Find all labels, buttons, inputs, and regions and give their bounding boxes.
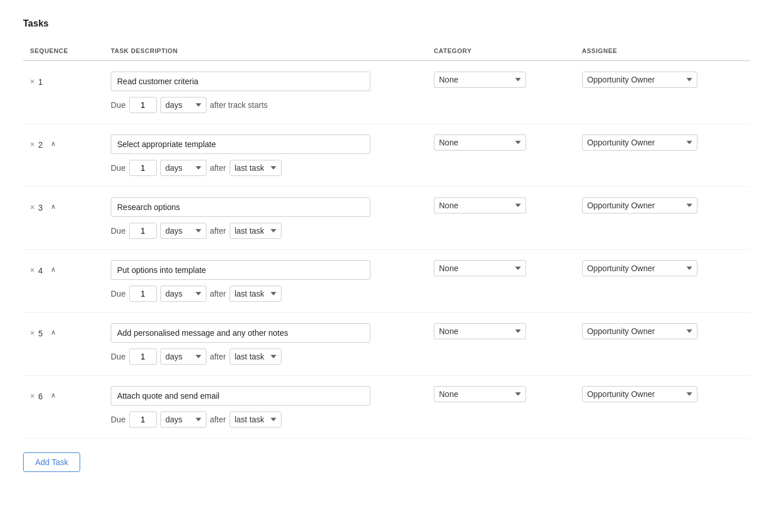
task-description-input[interactable]	[111, 386, 370, 406]
description-cell: Duedaysweeksmonthsafterlast task	[104, 124, 427, 187]
header-category: CATEGORY	[427, 43, 575, 61]
sequence-number: 2	[38, 140, 47, 149]
sequence-cell: ×4∧	[23, 250, 104, 313]
assignee-cell: Opportunity Owner	[575, 250, 750, 313]
add-task-button[interactable]: Add Task	[23, 452, 80, 472]
table-row: ×1Duedaysweeksmonthsafter track startsNo…	[23, 61, 750, 124]
due-label: Due	[111, 163, 126, 173]
task-description-input[interactable]	[111, 197, 370, 217]
move-up-button[interactable]: ∧	[51, 203, 56, 210]
table-row: ×2∧Duedaysweeksmonthsafterlast taskNoneO…	[23, 124, 750, 187]
sequence-number: 3	[38, 203, 47, 212]
due-unit-select[interactable]: daysweeksmonths	[160, 160, 207, 176]
move-up-button[interactable]: ∧	[51, 266, 56, 273]
after-track-starts-text: after track starts	[210, 100, 268, 110]
task-description-input[interactable]	[111, 72, 370, 91]
after-text: after	[210, 352, 226, 361]
assignee-select[interactable]: Opportunity Owner	[582, 72, 697, 88]
after-text: after	[210, 415, 226, 424]
due-label: Due	[111, 289, 126, 298]
description-cell: Duedaysweeksmonthsafterlast task	[104, 376, 427, 439]
category-select[interactable]: None	[434, 260, 526, 276]
category-cell: None	[427, 187, 575, 250]
remove-task-button[interactable]: ×	[30, 203, 35, 211]
sequence-cell: ×2∧	[23, 124, 104, 187]
after-task-select[interactable]: last task	[230, 160, 282, 176]
due-unit-select[interactable]: daysweeksmonths	[160, 97, 207, 113]
after-task-select[interactable]: last task	[230, 349, 282, 365]
after-text: after	[210, 226, 226, 235]
category-select[interactable]: None	[434, 197, 526, 213]
remove-task-button[interactable]: ×	[30, 266, 35, 274]
move-up-button[interactable]: ∧	[51, 329, 56, 336]
after-text: after	[210, 163, 226, 173]
after-task-select[interactable]: last task	[230, 411, 282, 428]
assignee-cell: Opportunity Owner	[575, 313, 750, 376]
due-label: Due	[111, 100, 126, 110]
category-cell: None	[427, 250, 575, 313]
tasks-table: SEQUENCE TASK DESCRIPTION CATEGORY ASSIG…	[23, 43, 750, 439]
table-row: ×6∧Duedaysweeksmonthsafterlast taskNoneO…	[23, 376, 750, 439]
category-select[interactable]: None	[434, 323, 526, 339]
due-unit-select[interactable]: daysweeksmonths	[160, 286, 207, 302]
due-number-input[interactable]	[129, 286, 157, 302]
assignee-select[interactable]: Opportunity Owner	[582, 323, 697, 339]
due-unit-select[interactable]: daysweeksmonths	[160, 349, 207, 365]
sequence-number: 5	[38, 329, 47, 338]
table-row: ×4∧Duedaysweeksmonthsafterlast taskNoneO…	[23, 250, 750, 313]
description-cell: Duedaysweeksmonthsafterlast task	[104, 187, 427, 250]
category-cell: None	[427, 313, 575, 376]
sequence-cell: ×5∧	[23, 313, 104, 376]
due-number-input[interactable]	[129, 160, 157, 176]
header-description: TASK DESCRIPTION	[104, 43, 427, 61]
assignee-cell: Opportunity Owner	[575, 187, 750, 250]
due-unit-select[interactable]: daysweeksmonths	[160, 223, 207, 239]
assignee-select[interactable]: Opportunity Owner	[582, 197, 697, 213]
page-title: Tasks	[23, 18, 750, 29]
task-description-input[interactable]	[111, 323, 370, 343]
remove-task-button[interactable]: ×	[30, 392, 35, 400]
assignee-select[interactable]: Opportunity Owner	[582, 134, 697, 151]
due-label: Due	[111, 415, 126, 424]
due-label: Due	[111, 226, 126, 235]
description-cell: Duedaysweeksmonthsafterlast task	[104, 313, 427, 376]
assignee-cell: Opportunity Owner	[575, 124, 750, 187]
category-cell: None	[427, 376, 575, 439]
sequence-cell: ×6∧	[23, 376, 104, 439]
description-cell: Duedaysweeksmonthsafter track starts	[104, 61, 427, 124]
sequence-number: 4	[38, 266, 47, 275]
header-assignee: ASSIGNEE	[575, 43, 750, 61]
sequence-number: 1	[38, 77, 47, 87]
task-description-input[interactable]	[111, 134, 370, 154]
assignee-select[interactable]: Opportunity Owner	[582, 260, 697, 276]
remove-task-button[interactable]: ×	[30, 77, 35, 85]
assignee-cell: Opportunity Owner	[575, 376, 750, 439]
category-select[interactable]: None	[434, 386, 526, 402]
task-description-input[interactable]	[111, 260, 370, 280]
assignee-select[interactable]: Opportunity Owner	[582, 386, 697, 402]
due-label: Due	[111, 352, 126, 361]
description-cell: Duedaysweeksmonthsafterlast task	[104, 250, 427, 313]
due-number-input[interactable]	[129, 411, 157, 428]
header-sequence: SEQUENCE	[23, 43, 104, 61]
remove-task-button[interactable]: ×	[30, 329, 35, 337]
sequence-cell: ×1	[23, 61, 104, 124]
category-select[interactable]: None	[434, 72, 526, 88]
category-select[interactable]: None	[434, 134, 526, 151]
due-number-input[interactable]	[129, 97, 157, 113]
move-up-button[interactable]: ∧	[51, 140, 56, 147]
after-text: after	[210, 289, 226, 298]
after-task-select[interactable]: last task	[230, 223, 282, 239]
due-unit-select[interactable]: daysweeksmonths	[160, 411, 207, 428]
sequence-cell: ×3∧	[23, 187, 104, 250]
after-task-select[interactable]: last task	[230, 286, 282, 302]
move-up-button[interactable]: ∧	[51, 392, 56, 399]
category-cell: None	[427, 61, 575, 124]
remove-task-button[interactable]: ×	[30, 140, 35, 148]
table-row: ×5∧Duedaysweeksmonthsafterlast taskNoneO…	[23, 313, 750, 376]
due-number-input[interactable]	[129, 349, 157, 365]
table-row: ×3∧Duedaysweeksmonthsafterlast taskNoneO…	[23, 187, 750, 250]
sequence-number: 6	[38, 392, 47, 401]
category-cell: None	[427, 124, 575, 187]
due-number-input[interactable]	[129, 223, 157, 239]
